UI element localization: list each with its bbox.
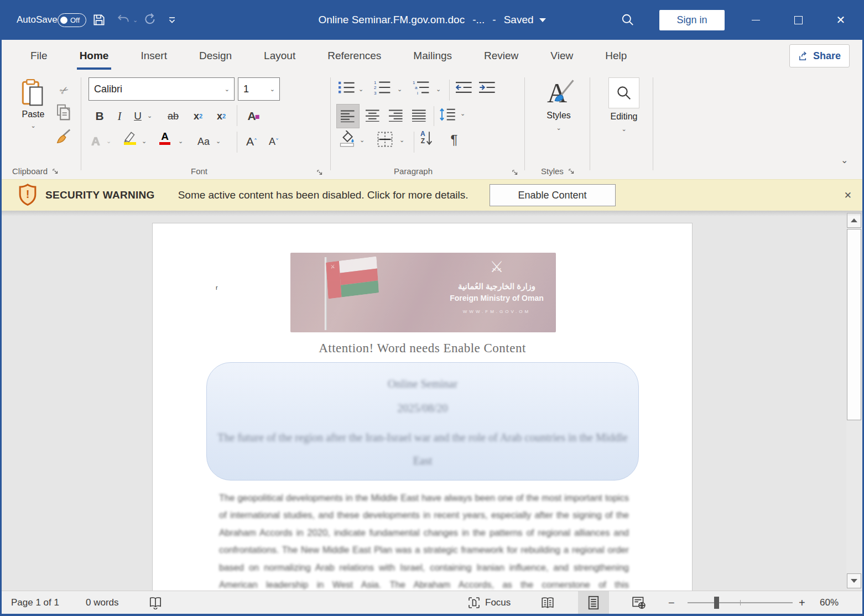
copy-button[interactable] (56, 104, 71, 121)
subscript-button[interactable]: x2 (189, 106, 207, 126)
document-body-paragraph: The geopolitical developments in the Mid… (219, 489, 629, 591)
shading-button[interactable] (340, 130, 355, 147)
tab-home[interactable]: Home (64, 40, 125, 72)
security-shield-icon: ! (18, 184, 38, 207)
share-button[interactable]: Share (789, 44, 850, 67)
tab-layout[interactable]: Layout (248, 40, 311, 72)
font-size-select[interactable]: 1⌄ (238, 77, 280, 101)
save-button[interactable] (92, 0, 106, 40)
styles-chevron-icon[interactable]: ⌄ (531, 125, 586, 131)
vertical-scrollbar[interactable] (846, 212, 862, 589)
line-spacing-chevron-icon[interactable]: ⌄ (460, 111, 465, 117)
text-effects-button[interactable]: A (87, 132, 104, 152)
tab-review[interactable]: Review (468, 40, 534, 72)
align-right-button[interactable] (386, 104, 406, 127)
font-color-button[interactable]: A (159, 130, 170, 145)
autosave-toggle[interactable]: Off (58, 0, 86, 40)
maximize-button[interactable] (785, 0, 811, 40)
tab-mailings[interactable]: Mailings (397, 40, 468, 72)
align-left-button[interactable] (336, 104, 360, 128)
web-layout-button[interactable] (623, 591, 654, 614)
search-button[interactable] (621, 0, 635, 40)
align-center-button[interactable] (363, 104, 383, 127)
bold-button[interactable]: B (92, 106, 107, 126)
grow-font-button[interactable]: A˄ (242, 132, 261, 152)
font-size-chevron-icon: ⌄ (270, 86, 275, 92)
change-case-chevron-icon[interactable]: ⌄ (216, 138, 221, 144)
word-count-status[interactable]: 0 words (86, 591, 119, 614)
paste-button[interactable]: Paste ⌄ (13, 76, 53, 154)
tab-design[interactable]: Design (183, 40, 248, 72)
font-dialog-launcher[interactable] (316, 169, 323, 176)
collapse-ribbon-button[interactable]: ⌄ (841, 156, 848, 165)
close-button[interactable]: ✕ (828, 0, 853, 40)
proofing-status-button[interactable] (148, 591, 163, 614)
security-bar-close-icon[interactable]: ✕ (844, 190, 852, 201)
styles-dialog-launcher[interactable] (568, 168, 575, 175)
format-painter-button[interactable] (55, 128, 72, 145)
font-name-select[interactable]: Calibri⌄ (89, 77, 235, 101)
scroll-down-button[interactable] (847, 573, 861, 588)
tab-file[interactable]: File (14, 40, 64, 72)
borders-button[interactable] (377, 132, 393, 147)
print-layout-button[interactable] (578, 591, 609, 614)
tab-view[interactable]: View (534, 40, 589, 72)
superscript-button[interactable]: x2 (212, 106, 230, 126)
multilevel-chevron-icon[interactable]: ⌄ (436, 86, 441, 92)
bullets-chevron-icon[interactable]: ⌄ (358, 86, 363, 92)
minimize-button[interactable] (743, 0, 768, 40)
numbering-button[interactable]: 123 (374, 80, 392, 95)
justify-button[interactable] (409, 104, 429, 127)
bullets-button[interactable] (339, 81, 355, 94)
tab-references[interactable]: References (311, 40, 397, 72)
zoom-level[interactable]: 60% (820, 591, 839, 614)
borders-chevron-icon[interactable]: ⌄ (399, 137, 404, 143)
title-bar: AutoSave Off ⌄ Online Seminar.FM.gov.om.… (0, 0, 864, 40)
numbering-chevron-icon[interactable]: ⌄ (397, 86, 402, 92)
zoom-in-button[interactable]: + (799, 591, 805, 614)
shading-chevron-icon[interactable]: ⌄ (360, 137, 365, 143)
underline-chevron-icon[interactable]: ⌄ (147, 113, 152, 119)
zoom-slider-thumb[interactable] (714, 597, 719, 609)
cut-button[interactable]: ✂ (53, 79, 76, 102)
sort-button[interactable]: AZ (420, 130, 433, 146)
undo-button[interactable]: ⌄ (116, 0, 138, 40)
shrink-font-button[interactable]: A˅ (264, 132, 283, 152)
line-spacing-button[interactable] (439, 107, 456, 122)
scroll-up-button[interactable] (847, 213, 861, 228)
underline-button[interactable]: U (131, 106, 145, 126)
decrease-indent-button[interactable] (456, 81, 472, 94)
editing-chevron-icon[interactable]: ⌄ (597, 126, 650, 132)
security-warning-message[interactable]: Some active content has been disabled. C… (178, 189, 469, 201)
zoom-slider[interactable] (688, 591, 793, 614)
highlight-button[interactable] (123, 130, 137, 145)
zoom-out-button[interactable]: − (668, 591, 675, 614)
highlighter-icon (123, 130, 137, 143)
text-effects-chevron-icon[interactable]: ⌄ (106, 138, 111, 144)
enable-content-button[interactable]: Enable Content (490, 184, 616, 206)
highlight-chevron-icon[interactable]: ⌄ (142, 138, 147, 144)
font-color-chevron-icon[interactable]: ⌄ (178, 138, 183, 144)
page-number-status[interactable]: Page 1 of 1 (11, 591, 59, 614)
multilevel-list-button[interactable]: 1ai (413, 80, 430, 95)
italic-button[interactable]: I (113, 106, 126, 126)
read-mode-button[interactable] (532, 591, 563, 614)
paragraph-dialog-launcher[interactable] (512, 169, 518, 176)
redo-button[interactable] (143, 0, 158, 40)
tab-insert[interactable]: Insert (124, 40, 183, 72)
show-paragraph-marks-button[interactable]: ¶ (446, 130, 462, 149)
editing-button[interactable]: Editing ⌄ (597, 76, 650, 132)
document-page[interactable]: ⚔ ⚔ وزارة الخارجية العُمانية Foreign Min… (152, 223, 693, 591)
clear-formatting-button[interactable]: A ◆ (243, 106, 264, 126)
scrollbar-thumb[interactable] (847, 229, 861, 420)
change-case-button[interactable]: Aa (192, 132, 215, 152)
styles-button[interactable]: A Styles ⌄ (531, 76, 586, 131)
increase-indent-button[interactable] (479, 81, 496, 94)
focus-mode-button[interactable]: Focus (467, 591, 511, 614)
tab-help[interactable]: Help (589, 40, 643, 72)
clipboard-dialog-launcher[interactable] (52, 168, 59, 175)
strikethrough-button[interactable]: ab (164, 106, 183, 126)
zoom-slider-track[interactable] (688, 602, 793, 603)
sign-in-button[interactable]: Sign in (659, 0, 725, 40)
save-status[interactable]: Saved (504, 14, 546, 26)
